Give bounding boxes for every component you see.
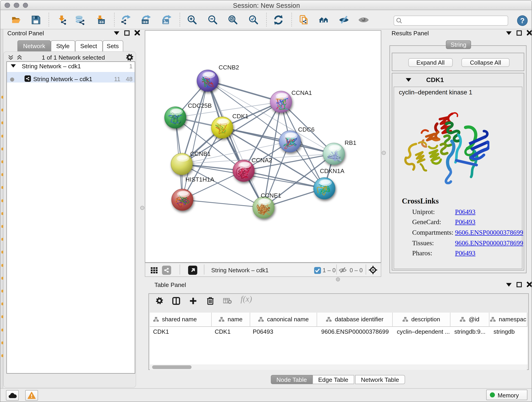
svg-text:CDC25B: CDC25B [188, 102, 212, 109]
svg-text:RB1: RB1 [345, 139, 356, 146]
svg-text:CCNE1: CCNE1 [261, 192, 281, 199]
svg-text:HIST1H1A: HIST1H1A [185, 176, 215, 183]
svg-text:CCNB1: CCNB1 [190, 150, 210, 157]
svg-text:?: ? [520, 16, 525, 25]
svg-text:CCNA2: CCNA2 [252, 157, 272, 164]
svg-text:CDKN1A: CDKN1A [320, 167, 344, 174]
svg-text:CDC6: CDC6 [298, 126, 315, 133]
svg-text:CCNA1: CCNA1 [291, 89, 312, 96]
svg-text:CCNB2: CCNB2 [219, 64, 239, 71]
svg-text:CDK1: CDK1 [232, 113, 248, 120]
